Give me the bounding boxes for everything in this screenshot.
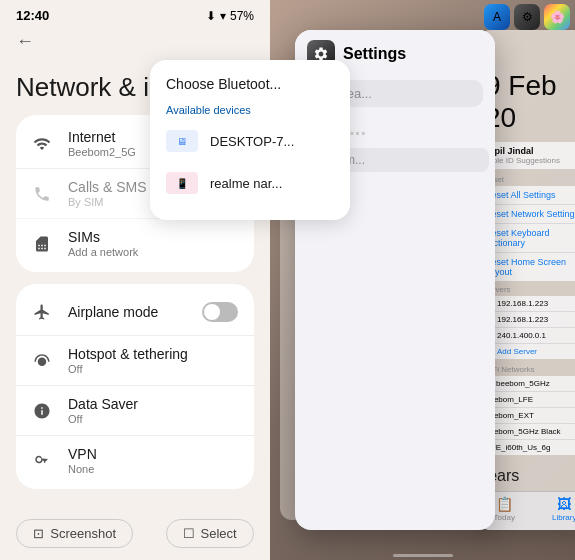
ios-tab-library[interactable]: 🖼 Library [552,496,575,522]
android-vpn-item[interactable]: VPN None [16,436,254,485]
android-download-icon: ⬇ [206,9,216,23]
android-status-icons: ⬇ ▾ 57% [206,9,254,23]
phone-icon [32,184,52,204]
android-sims-item[interactable]: SIMs Add a network [16,219,254,268]
ios-home-indicator [393,554,453,557]
sims-text: SIMs Add a network [68,229,238,258]
today-label: Today [494,513,515,522]
airplane-icon [32,302,52,322]
ios-profile-sub: Apple ID Suggestions [483,156,575,165]
bt-section-label: Available devices [150,100,350,120]
android-hotspot-item[interactable]: Hotspot & tethering Off [16,336,254,386]
screenshot-icon: ⊡ [33,526,44,541]
ios-tab-today[interactable]: 📋 Today [494,496,515,522]
select-button[interactable]: ☐ Select [166,519,254,548]
app-store-icon: A [484,4,510,30]
library-icon: 🖼 [557,496,571,512]
wifi-icon [32,134,52,154]
android-standalone-card: Airplane mode Hotspot & tethering Off [16,284,254,489]
datasaver-text: Data Saver Off [68,396,238,425]
sims-title: SIMs [68,229,238,245]
bt-device-1-name: DESKTOP-7... [210,134,294,149]
vpn-sub: None [68,463,238,475]
datasaver-title: Data Saver [68,396,238,412]
bt-computer-icon: 🖥 [166,130,198,152]
screenshot-button[interactable]: ⊡ Screenshot [16,519,133,548]
settings-icon-small: ⚙ [514,4,540,30]
photos-icon-small: 🌸 [544,4,570,30]
bluetooth-popup-title: Choose Bluetoot... [150,76,350,100]
ios-top-apps: A ⚙ 🌸 [484,4,570,30]
android-bottom-bar: ⊡ Screenshot ☐ Select [0,511,270,560]
hotspot-icon [32,351,52,371]
ios-profile-name: Kapil Jindal [483,146,575,156]
hotspot-text: Hotspot & tethering Off [68,346,238,375]
bt-phone-icon: 📱 [166,172,198,194]
screenshot-label: Screenshot [50,526,116,541]
vpn-icon [32,451,52,471]
airplane-text: Airplane mode [68,304,202,320]
bt-device-2[interactable]: 📱 realme nar... [150,162,350,204]
android-wifi-icon: ▾ [220,9,226,23]
hotspot-title: Hotspot & tethering [68,346,238,362]
android-airplane-item[interactable]: Airplane mode [16,288,254,336]
hotspot-sub: Off [68,363,238,375]
library-label: Library [552,513,575,522]
bt-device-2-name: realme nar... [210,176,282,191]
airplane-toggle[interactable] [202,302,238,322]
vpn-title: VPN [68,446,238,462]
android-back-button[interactable]: ← [16,27,254,56]
datasaver-icon [32,401,52,421]
datasaver-sub: Off [68,413,238,425]
android-status-bar: 12:40 ⬇ ▾ 57% [0,0,270,27]
vpn-text: VPN None [68,446,238,475]
android-datasaver-item[interactable]: Data Saver Off [16,386,254,436]
select-icon: ☐ [183,526,195,541]
sims-sub: Add a network [68,246,238,258]
sim-icon [32,234,52,254]
back-icon: ← [16,31,34,51]
airplane-title: Airplane mode [68,304,202,320]
bt-device-1[interactable]: 🖥 DESKTOP-7... [150,120,350,162]
android-panel: 12:40 ⬇ ▾ 57% ← Network & internet [0,0,270,560]
android-battery-text: 57% [230,9,254,23]
bluetooth-popup: Choose Bluetoot... Available devices 🖥 D… [150,60,350,220]
android-time: 12:40 [16,8,49,23]
select-label: Select [201,526,237,541]
today-icon: 📋 [496,496,513,512]
ios-settings-title: Settings [343,45,406,63]
